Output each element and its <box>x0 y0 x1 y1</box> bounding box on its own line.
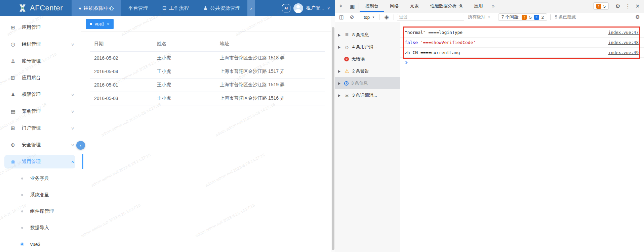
sidebar-item[interactable]: 组织管理 ∨ <box>0 36 81 53</box>
log-levels-selector[interactable]: 所有级别 ▼ <box>467 14 492 20</box>
sidebar-item[interactable]: 权限管理 ∨ <box>0 86 81 103</box>
sidebar-subitem[interactable]: vue3 <box>0 236 81 252</box>
inspect-element-icon[interactable]: ⌖ <box>335 0 347 12</box>
page-scrollbar[interactable] <box>331 16 335 252</box>
devtools-topbar: ⌖ ▣ 控制台 ⚗ 网络 ⚗ 元素 ⚗ <box>335 0 644 12</box>
page-scrollbar-thumb[interactable] <box>332 27 334 250</box>
issue-error-icon: ! <box>522 15 527 20</box>
sidebar: 应用管理 组织管理 ∨ 账号管理 <box>0 16 81 252</box>
chevron-icon: ∨ <box>71 42 74 47</box>
console-prompt[interactable] <box>400 58 644 67</box>
cell-address: 上海市普陀区金沙江路 1517 弄 <box>216 65 325 78</box>
devtools-tab[interactable]: 性能数据分析 ⚗ <box>425 0 469 12</box>
context-selector[interactable]: top ▼ <box>362 15 376 20</box>
log-level-icon <box>344 44 350 50</box>
devtools-tabs: 控制台 ⚗ 网络 ⚗ 元素 ⚗ 性能数据分析 <box>360 0 489 12</box>
top-nav-item[interactable]: 平台管理 <box>121 0 155 16</box>
sidebar-subitem[interactable]: 组件库管理 <box>0 203 81 219</box>
app-title: AFCenter <box>30 4 63 12</box>
sidebar-item[interactable]: 门户管理 ∨ <box>0 120 81 137</box>
more-tabs-icon[interactable]: » <box>489 0 499 12</box>
expand-arrow-icon[interactable] <box>338 81 341 85</box>
sidebar-item-icon <box>11 125 17 131</box>
issue-info-icon: ≡ <box>534 15 539 20</box>
devtools-tab[interactable]: 应用 ⚗ <box>469 0 489 12</box>
console-text-part <box>418 40 420 45</box>
console-sidebar-item[interactable]: 无错误 <box>335 53 400 65</box>
table-column-header: 姓名 <box>153 37 216 51</box>
log-level-icon <box>344 32 350 38</box>
expand-arrow-icon[interactable] <box>338 69 341 73</box>
console-sidebar-label: 4 条用户消... <box>352 44 377 50</box>
sidebar-item-icon <box>11 24 17 31</box>
sidebar-subitem-label: 系统变量 <box>30 192 49 198</box>
nav-item-icon <box>162 5 167 11</box>
console-message-text: zh_CN ====currentLang <box>405 50 460 55</box>
log-level-icon <box>344 93 350 98</box>
console-sidebar-item[interactable]: 4 条用户消... <box>335 41 400 53</box>
issues-badge[interactable]: ! 5 <box>593 2 609 10</box>
sidebar-item[interactable]: 应用后台 <box>0 69 81 86</box>
top-nav-item[interactable]: 公共资源管理 <box>196 0 247 16</box>
issues-error-count: 5 <box>529 15 531 20</box>
sidebar-subitem-label: 业务字典 <box>30 175 49 182</box>
devtools-tab[interactable]: 网络 ⚗ <box>384 0 404 12</box>
sidebar-subitem[interactable]: 数据导入 <box>0 219 81 236</box>
user-box: AI 租户管... ∨ <box>282 3 335 13</box>
chevron-icon: ∨ <box>71 143 74 147</box>
top-nav-item[interactable]: 组织权限中心 <box>72 0 121 16</box>
user-name[interactable]: 租户管... <box>306 5 324 11</box>
console-sidebar-item[interactable]: 3 条信息 <box>335 77 400 89</box>
close-icon[interactable]: × <box>107 21 110 27</box>
sidebar-menu: 应用管理 组织管理 ∨ 账号管理 <box>0 16 81 170</box>
device-toolbar-icon[interactable]: ▣ <box>347 0 358 12</box>
divider <box>359 3 359 9</box>
console-sidebar-item[interactable]: 2 条警告 <box>335 65 400 77</box>
expand-arrow-icon[interactable] <box>338 93 341 97</box>
sidebar-item[interactable]: 通用管理 ∧ <box>0 153 81 170</box>
sidebar-collapse-button[interactable]: ‹ <box>76 141 85 150</box>
source-link[interactable]: index.vue:47 <box>608 30 639 35</box>
chevron-icon: ∨ <box>71 109 74 114</box>
bullet-icon <box>21 178 23 180</box>
console-sidebar-label: 无错误 <box>352 56 365 62</box>
filter-input[interactable] <box>397 14 464 20</box>
eye-icon[interactable]: ◉ <box>383 14 391 20</box>
console-sidebar-item[interactable]: 3 条详细消... <box>335 89 400 101</box>
clear-console-icon[interactable]: ⊘ <box>348 14 356 20</box>
sidebar-subitem[interactable]: 系统变量 <box>0 187 81 203</box>
devtools-tab[interactable]: 控制台 ⚗ <box>360 0 384 12</box>
expand-arrow-icon[interactable] <box>338 33 341 37</box>
expand-arrow-icon[interactable] <box>338 45 341 49</box>
sidebar-subitem[interactable]: 业务字典 <box>0 170 81 187</box>
console-settings-gear-icon[interactable]: ⚙ <box>634 14 642 20</box>
sidebar-item[interactable]: 账号管理 <box>0 53 81 69</box>
issues-counter[interactable]: 7 个问题: ! 5 ≡ 2 <box>498 13 547 21</box>
expand-arrow-icon[interactable] <box>338 57 341 61</box>
console-message-text: false '===showVerifiedCode' <box>405 40 476 45</box>
avatar[interactable] <box>293 3 303 13</box>
nav-expand-button[interactable]: › <box>247 0 255 16</box>
sidebar-scrollbar-thumb[interactable] <box>82 154 83 169</box>
afcenter-logo-icon <box>18 4 27 12</box>
settings-gear-icon[interactable]: ⚙ <box>613 3 622 9</box>
source-link[interactable]: index.vue:49 <box>608 50 639 55</box>
devtools-tab[interactable]: 元素 ⚗ <box>404 0 425 12</box>
source-link[interactable]: index.vue:48 <box>608 40 639 45</box>
chevron-down-icon[interactable]: ∨ <box>327 6 330 10</box>
top-nav-item[interactable]: 工作流程 <box>155 0 196 16</box>
sidebar-item[interactable]: 安全管理 ∨ <box>0 137 81 153</box>
console-sidebar-item[interactable]: 8 条消息 <box>335 29 400 41</box>
table-header-row: 日期姓名地址 <box>90 37 325 51</box>
sidebar-item[interactable]: 应用管理 <box>0 19 81 36</box>
sidebar-submenu: 业务字典 系统变量 组件库管理 数据导入 <box>0 170 81 252</box>
kebab-menu-icon[interactable]: ⋮ <box>624 3 632 9</box>
tab-bar: vue3 × <box>81 16 331 32</box>
bullet-icon <box>21 243 23 245</box>
sidebar-item[interactable]: 菜单管理 ∨ <box>0 103 81 120</box>
sidebar-subitem-label: 组件库管理 <box>30 208 54 214</box>
close-devtools-icon[interactable]: ✕ <box>633 3 642 9</box>
tab-vue3[interactable]: vue3 × <box>86 19 114 29</box>
ai-assistant-icon[interactable]: AI <box>282 4 290 12</box>
console-sidebar-toggle-icon[interactable]: ◫ <box>337 14 346 20</box>
